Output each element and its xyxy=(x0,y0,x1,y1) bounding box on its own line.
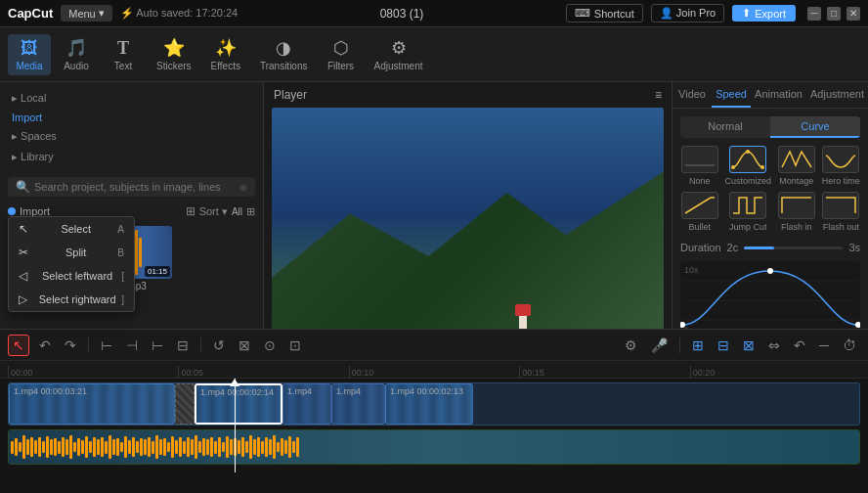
trim-left-tool[interactable]: ⊣ xyxy=(122,336,142,355)
tab-animation[interactable]: Animation xyxy=(751,82,806,108)
search-input[interactable] xyxy=(34,181,236,193)
nav-local[interactable]: ▸ Local xyxy=(4,88,259,109)
tool-stickers[interactable]: ⭐ Stickers xyxy=(149,33,199,75)
clip-3[interactable]: 1.mp4 xyxy=(282,383,331,425)
tool-text[interactable]: T Text xyxy=(102,34,145,75)
tab-video[interactable]: Video xyxy=(673,82,712,108)
rotate-icon[interactable]: ⊙ xyxy=(260,336,280,355)
split-tool[interactable]: ⊢ xyxy=(97,336,116,355)
curve-bullet-preview xyxy=(681,192,718,219)
media-label: Media xyxy=(16,61,42,71)
scene-lighthouse-top xyxy=(515,304,531,316)
svg-point-3 xyxy=(760,165,764,169)
speed-tab-normal[interactable]: Normal xyxy=(680,116,770,138)
clip-1[interactable]: 1.mp4 00:00:03:21 xyxy=(9,383,175,425)
filter-icon[interactable]: ⊞ xyxy=(246,205,255,218)
export-button[interactable]: ⬆ Export xyxy=(732,5,796,22)
main-toolbar: 🖼 Media 🎵 Audio T Text ⭐ Stickers ✨ Effe… xyxy=(0,27,868,82)
right-tabs: Video Speed Animation Adjustment xyxy=(673,82,868,109)
clip-3-label: 1.mp4 xyxy=(287,386,312,396)
player-menu-icon[interactable]: ≡ xyxy=(655,88,662,102)
toolbar-separator-2 xyxy=(200,337,201,353)
track-icon-1[interactable]: ⊞ xyxy=(688,336,708,355)
tab-adjustment[interactable]: Adjustment xyxy=(806,82,868,108)
audio-track[interactable] xyxy=(8,429,860,465)
context-select-rightward[interactable]: ▷ Select rightward ] xyxy=(9,288,134,311)
svg-point-7 xyxy=(767,268,773,274)
clip-1-label: 1.mp4 00:00:03:21 xyxy=(14,386,87,396)
nav-import[interactable]: Import xyxy=(4,109,259,126)
audio-track-inner xyxy=(9,430,859,464)
curve-montage[interactable]: Montage xyxy=(777,146,815,186)
curve-customized[interactable]: Customized xyxy=(724,146,771,186)
nav-spaces[interactable]: ▸ Spaces xyxy=(4,126,259,147)
track-icon-2[interactable]: ⊟ xyxy=(714,336,733,355)
curve-custom-svg xyxy=(731,148,764,171)
redo-icon[interactable]: ↷ xyxy=(61,336,80,355)
all-filter[interactable]: All xyxy=(232,206,242,217)
curve-none-preview xyxy=(681,146,718,173)
tool-effects[interactable]: ✨ Effects xyxy=(203,33,248,75)
tool-filters[interactable]: ⬡ Filters xyxy=(320,33,363,75)
grid-view-icon[interactable]: ⊞ xyxy=(186,204,195,218)
curve-none[interactable]: None xyxy=(680,146,718,186)
ruler-mark-1: 00:05 xyxy=(178,366,348,378)
settings-icon[interactable]: ⚙ xyxy=(621,336,641,355)
curve-herotime[interactable]: Hero time xyxy=(822,146,860,186)
mic-icon[interactable]: 🎤 xyxy=(647,336,672,355)
crop-timeline-icon[interactable]: ⊡ xyxy=(285,336,305,355)
tool-adjustment[interactable]: ⚙ Adjustment xyxy=(367,33,431,75)
shortcut-button[interactable]: ⌨ Shortcut xyxy=(566,4,643,22)
curve-flashin[interactable]: Flash in xyxy=(777,192,815,232)
close-button[interactable]: ✕ xyxy=(846,7,860,21)
join-pro-button[interactable]: 👤 Join Pro xyxy=(651,4,724,22)
loop-icon[interactable]: ↺ xyxy=(209,336,229,355)
filters-label: Filters xyxy=(327,61,354,71)
left-nav: ▸ Local Import ▸ Spaces ▸ Library xyxy=(0,82,263,173)
tool-media[interactable]: 🖼 Media xyxy=(8,34,51,75)
clip-2[interactable]: 1.mp4 00:00:02:14 xyxy=(195,383,282,425)
speed-tabs: Normal Curve xyxy=(680,116,860,138)
delete-tool[interactable]: ⊟ xyxy=(173,336,193,355)
tool-audio[interactable]: 🎵 Audio xyxy=(55,33,98,75)
speed-tab-curve[interactable]: Curve xyxy=(770,116,860,138)
clear-icon[interactable]: ⊕ xyxy=(239,182,247,193)
select-left-shortcut: [ xyxy=(121,271,124,282)
transitions-label: Transitions xyxy=(260,61,308,71)
context-split[interactable]: ✂ Split B xyxy=(9,241,134,264)
clip-4[interactable]: 1.mp4 xyxy=(331,383,385,425)
mirror-icon[interactable]: ⊠ xyxy=(235,336,254,355)
curve-bullet[interactable]: Bullet xyxy=(680,192,718,232)
duration-slider[interactable] xyxy=(744,246,843,249)
sort-icon[interactable]: Sort ▾ xyxy=(199,205,228,218)
timeline-toolbar: ↖ ↶ ↷ ⊢ ⊣ ⊢ ⊟ ↺ ⊠ ⊙ ⊡ ⚙ 🎤 ⊞ ⊟ ⊠ ⇔ ↶ ─ ⏱ xyxy=(0,330,868,361)
curve-montage-preview xyxy=(778,146,815,173)
context-select[interactable]: ↖ Select A xyxy=(9,217,134,241)
cursor-tool[interactable]: ↖ xyxy=(8,335,29,356)
video-track[interactable]: 1.mp4 00:00:03:21 1.mp4 00:00:02:14 1.mp… xyxy=(8,382,860,426)
menu-button[interactable]: Menu ▾ xyxy=(61,5,112,22)
tool-transitions[interactable]: ◑ Transitions xyxy=(252,33,316,75)
select-right-shortcut: ] xyxy=(121,294,124,305)
curve-flashout[interactable]: Flash out xyxy=(822,192,860,232)
toolbar-separator-1 xyxy=(88,337,89,353)
track-icon-4[interactable]: ⇔ xyxy=(764,336,784,355)
nav-library[interactable]: ▸ Library xyxy=(4,147,259,167)
undo-timeline-icon[interactable]: ↶ xyxy=(790,336,809,355)
curve-jumpcut[interactable]: Jump Cut xyxy=(724,192,771,232)
player-header: Player ≡ xyxy=(264,82,672,108)
curve-none-label: None xyxy=(689,176,711,186)
adjustment-label: Adjustment xyxy=(374,61,423,71)
undo-icon[interactable]: ↶ xyxy=(35,336,55,355)
duration-start: 2c xyxy=(727,242,739,253)
context-select-leftward[interactable]: ◁ Select leftward [ xyxy=(9,264,134,288)
maximize-button[interactable]: □ xyxy=(827,7,841,21)
chart-y-label-top: 10x xyxy=(684,265,699,275)
tab-speed[interactable]: Speed xyxy=(712,82,751,108)
minimize-button[interactable]: ─ xyxy=(807,7,821,21)
clip-5[interactable]: 1.mp4 00:00:02:13 xyxy=(385,383,473,425)
zoom-minus[interactable]: ─ xyxy=(815,336,833,355)
trim-right-tool[interactable]: ⊢ xyxy=(148,336,167,355)
track-icon-3[interactable]: ⊠ xyxy=(739,336,759,355)
timer-icon[interactable]: ⏱ xyxy=(839,336,860,355)
